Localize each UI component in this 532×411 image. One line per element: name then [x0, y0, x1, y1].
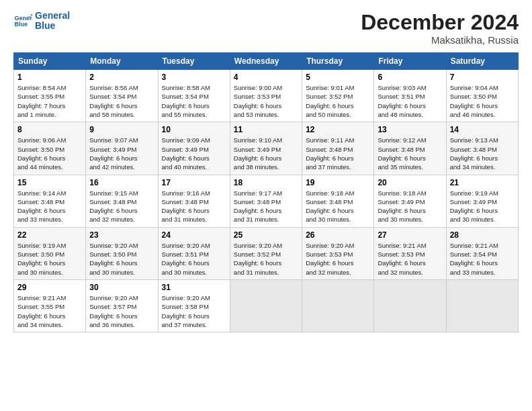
- logo-icon: General Blue: [13, 11, 32, 30]
- header-thursday: Thursday: [302, 53, 374, 70]
- day-detail: Sunrise: 9:20 AMSunset: 3:53 PMDaylight:…: [306, 241, 370, 277]
- header: General Blue GeneralBlue December 2024 M…: [13, 11, 519, 46]
- calendar-cell: 9 Sunrise: 9:07 AMSunset: 3:49 PMDayligh…: [86, 122, 158, 175]
- weekday-header-row: Sunday Monday Tuesday Wednesday Thursday…: [14, 53, 519, 70]
- day-detail: Sunrise: 9:19 AMSunset: 3:50 PMDaylight:…: [17, 241, 82, 277]
- calendar-cell: 29 Sunrise: 9:21 AMSunset: 3:55 PMDaylig…: [14, 279, 86, 332]
- calendar-cell: [230, 279, 302, 332]
- calendar-week-3: 15 Sunrise: 9:14 AMSunset: 3:48 PMDaylig…: [14, 175, 519, 227]
- calendar-cell: 21 Sunrise: 9:19 AMSunset: 3:49 PMDaylig…: [446, 175, 518, 227]
- day-number: 3: [162, 73, 226, 82]
- day-detail: Sunrise: 8:58 AMSunset: 3:54 PMDaylight:…: [162, 83, 226, 119]
- day-detail: Sunrise: 9:13 AMSunset: 3:48 PMDaylight:…: [450, 136, 515, 171]
- day-number: 28: [450, 230, 515, 240]
- svg-text:Blue: Blue: [14, 21, 28, 28]
- calendar-cell: 18 Sunrise: 9:17 AMSunset: 3:48 PMDaylig…: [230, 175, 302, 227]
- day-number: 22: [17, 230, 82, 240]
- day-number: 26: [306, 230, 370, 240]
- calendar-cell: 10 Sunrise: 9:09 AMSunset: 3:49 PMDaylig…: [158, 122, 230, 175]
- page: General Blue GeneralBlue December 2024 M…: [0, 0, 532, 339]
- day-detail: Sunrise: 9:20 AMSunset: 3:51 PMDaylight:…: [162, 241, 226, 277]
- header-friday: Friday: [374, 53, 446, 70]
- calendar-body: 1 Sunrise: 8:54 AMSunset: 3:55 PMDayligh…: [14, 70, 519, 332]
- calendar-week-4: 22 Sunrise: 9:19 AMSunset: 3:50 PMDaylig…: [14, 227, 519, 279]
- logo: General Blue GeneralBlue: [13, 11, 70, 32]
- day-number: 27: [378, 230, 442, 240]
- day-detail: Sunrise: 9:20 AMSunset: 3:52 PMDaylight:…: [234, 241, 298, 277]
- header-monday: Monday: [86, 53, 158, 70]
- calendar-cell: 12 Sunrise: 9:11 AMSunset: 3:48 PMDaylig…: [302, 122, 374, 175]
- day-detail: Sunrise: 9:12 AMSunset: 3:48 PMDaylight:…: [378, 136, 442, 171]
- calendar-cell: 6 Sunrise: 9:03 AMSunset: 3:51 PMDayligh…: [374, 70, 446, 122]
- day-number: 14: [450, 125, 515, 134]
- day-detail: Sunrise: 9:19 AMSunset: 3:49 PMDaylight:…: [450, 189, 515, 224]
- calendar-week-1: 1 Sunrise: 8:54 AMSunset: 3:55 PMDayligh…: [14, 70, 519, 122]
- day-number: 1: [17, 73, 82, 82]
- header-wednesday: Wednesday: [230, 53, 302, 70]
- day-detail: Sunrise: 9:00 AMSunset: 3:53 PMDaylight:…: [234, 83, 298, 119]
- header-saturday: Saturday: [446, 53, 518, 70]
- calendar-cell: 7 Sunrise: 9:04 AMSunset: 3:50 PMDayligh…: [446, 70, 518, 122]
- day-detail: Sunrise: 9:03 AMSunset: 3:51 PMDaylight:…: [378, 83, 442, 119]
- day-number: 6: [378, 73, 442, 82]
- calendar-cell: 27 Sunrise: 9:21 AMSunset: 3:53 PMDaylig…: [374, 227, 446, 279]
- day-detail: Sunrise: 8:56 AMSunset: 3:54 PMDaylight:…: [89, 83, 154, 119]
- day-number: 8: [17, 125, 82, 134]
- calendar-cell: 24 Sunrise: 9:20 AMSunset: 3:51 PMDaylig…: [158, 227, 230, 279]
- day-detail: Sunrise: 9:21 AMSunset: 3:55 PMDaylight:…: [17, 293, 82, 329]
- calendar-week-2: 8 Sunrise: 9:06 AMSunset: 3:50 PMDayligh…: [14, 122, 519, 175]
- title-block: December 2024 Maksatikha, Russia: [361, 11, 519, 46]
- calendar-table: Sunday Monday Tuesday Wednesday Thursday…: [13, 52, 519, 332]
- calendar-cell: 13 Sunrise: 9:12 AMSunset: 3:48 PMDaylig…: [374, 122, 446, 175]
- day-number: 23: [89, 230, 154, 240]
- day-number: 30: [89, 283, 154, 292]
- day-number: 12: [306, 125, 370, 134]
- calendar-cell: [446, 279, 518, 332]
- day-number: 16: [89, 178, 154, 187]
- day-detail: Sunrise: 9:16 AMSunset: 3:48 PMDaylight:…: [162, 189, 226, 224]
- day-number: 19: [306, 178, 370, 187]
- calendar-cell: 2 Sunrise: 8:56 AMSunset: 3:54 PMDayligh…: [86, 70, 158, 122]
- day-number: 31: [162, 283, 226, 292]
- day-detail: Sunrise: 9:21 AMSunset: 3:54 PMDaylight:…: [450, 241, 515, 277]
- day-number: 7: [450, 73, 515, 82]
- calendar-cell: 11 Sunrise: 9:10 AMSunset: 3:49 PMDaylig…: [230, 122, 302, 175]
- calendar-cell: 22 Sunrise: 9:19 AMSunset: 3:50 PMDaylig…: [14, 227, 86, 279]
- day-number: 13: [378, 125, 442, 134]
- month-title: December 2024: [361, 11, 519, 34]
- calendar-cell: 26 Sunrise: 9:20 AMSunset: 3:53 PMDaylig…: [302, 227, 374, 279]
- day-detail: Sunrise: 9:10 AMSunset: 3:49 PMDaylight:…: [234, 136, 298, 171]
- header-sunday: Sunday: [14, 53, 86, 70]
- day-number: 9: [89, 125, 154, 134]
- day-number: 20: [378, 178, 442, 187]
- day-detail: Sunrise: 8:54 AMSunset: 3:55 PMDaylight:…: [17, 83, 82, 119]
- day-detail: Sunrise: 9:18 AMSunset: 3:48 PMDaylight:…: [306, 189, 370, 224]
- calendar-cell: 1 Sunrise: 8:54 AMSunset: 3:55 PMDayligh…: [14, 70, 86, 122]
- day-detail: Sunrise: 9:15 AMSunset: 3:48 PMDaylight:…: [89, 189, 154, 224]
- header-tuesday: Tuesday: [158, 53, 230, 70]
- day-detail: Sunrise: 9:20 AMSunset: 3:58 PMDaylight:…: [162, 293, 226, 329]
- calendar-cell: 15 Sunrise: 9:14 AMSunset: 3:48 PMDaylig…: [14, 175, 86, 227]
- day-number: 11: [234, 125, 298, 134]
- calendar-cell: 30 Sunrise: 9:20 AMSunset: 3:57 PMDaylig…: [86, 279, 158, 332]
- day-detail: Sunrise: 9:06 AMSunset: 3:50 PMDaylight:…: [17, 136, 82, 171]
- location-subtitle: Maksatikha, Russia: [361, 34, 519, 46]
- day-number: 24: [162, 230, 226, 240]
- calendar-cell: 19 Sunrise: 9:18 AMSunset: 3:48 PMDaylig…: [302, 175, 374, 227]
- day-detail: Sunrise: 9:11 AMSunset: 3:48 PMDaylight:…: [306, 136, 370, 171]
- calendar-cell: 5 Sunrise: 9:01 AMSunset: 3:52 PMDayligh…: [302, 70, 374, 122]
- calendar-cell: 14 Sunrise: 9:13 AMSunset: 3:48 PMDaylig…: [446, 122, 518, 175]
- calendar-cell: 31 Sunrise: 9:20 AMSunset: 3:58 PMDaylig…: [158, 279, 230, 332]
- day-number: 5: [306, 73, 370, 82]
- day-detail: Sunrise: 9:20 AMSunset: 3:57 PMDaylight:…: [89, 293, 154, 329]
- calendar-cell: 8 Sunrise: 9:06 AMSunset: 3:50 PMDayligh…: [14, 122, 86, 175]
- logo-text: GeneralBlue: [35, 11, 70, 32]
- calendar-cell: [374, 279, 446, 332]
- calendar-week-5: 29 Sunrise: 9:21 AMSunset: 3:55 PMDaylig…: [14, 279, 519, 332]
- calendar-cell: 16 Sunrise: 9:15 AMSunset: 3:48 PMDaylig…: [86, 175, 158, 227]
- day-detail: Sunrise: 9:01 AMSunset: 3:52 PMDaylight:…: [306, 83, 370, 119]
- day-number: 2: [89, 73, 154, 82]
- calendar-cell: 17 Sunrise: 9:16 AMSunset: 3:48 PMDaylig…: [158, 175, 230, 227]
- calendar-cell: 25 Sunrise: 9:20 AMSunset: 3:52 PMDaylig…: [230, 227, 302, 279]
- day-number: 18: [234, 178, 298, 187]
